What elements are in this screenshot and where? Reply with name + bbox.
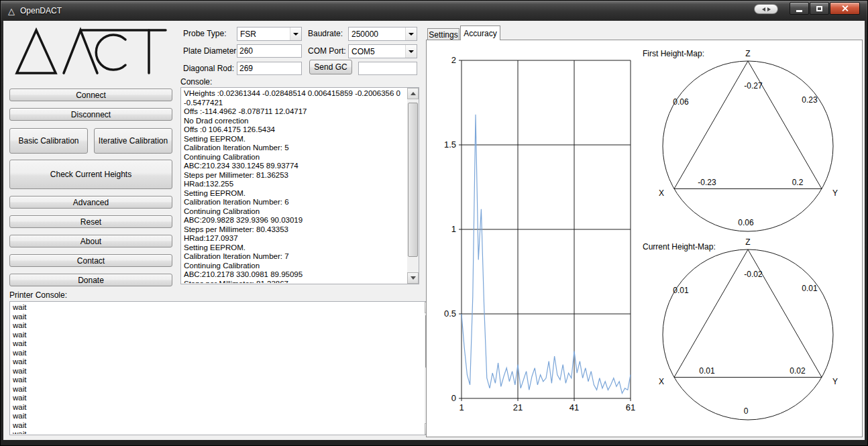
height-value-upper-left: 0.01 — [673, 286, 689, 295]
tab-accuracy[interactable]: Accuracy — [460, 25, 500, 40]
gcode-input[interactable] — [358, 62, 417, 75]
advanced-button[interactable]: Advanced — [9, 196, 172, 209]
svg-text:1: 1 — [451, 224, 456, 234]
window-controls — [754, 2, 860, 15]
app-icon: △ — [8, 6, 15, 16]
check-current-heights-label: Check Current Heights — [50, 170, 131, 179]
console-label: Console: — [180, 77, 212, 87]
probe-type-label: Probe Type: — [183, 29, 227, 38]
app-window: △ OpenDACT Connect Disconnect Bas — [0, 0, 868, 446]
com-port-select[interactable]: COM5 — [348, 44, 417, 58]
printer-console-output[interactable]: wait wait wait wait wait wait wait wait … — [9, 301, 437, 435]
disconnect-label: Disconnect — [71, 110, 111, 119]
iterative-calibration-button[interactable]: Iterative Calibration — [94, 128, 172, 154]
connect-label: Connect — [76, 91, 106, 100]
plate-diameter-label: Plate Diameter: — [183, 46, 239, 56]
vertex-x-label: X — [659, 377, 664, 386]
send-gc-label: Send GC — [314, 62, 347, 72]
height-value-upper-right: 0.01 — [802, 284, 818, 293]
advanced-label: Advanced — [73, 198, 109, 207]
contact-label: Contact — [77, 256, 105, 266]
accuracy-chart: 00.511.521214161 — [427, 40, 648, 429]
plate-diameter-field[interactable] — [237, 44, 302, 58]
iterative-calibration-label: Iterative Calibration — [99, 136, 168, 146]
console-scrollbar[interactable] — [407, 88, 419, 284]
client-area: Connect Disconnect Basic Calibration Ite… — [3, 21, 865, 440]
reset-label: Reset — [80, 217, 101, 227]
baudrate-label: Baudrate: — [308, 29, 343, 38]
svg-text:0: 0 — [451, 393, 456, 403]
printer-console-text: wait wait wait wait wait wait wait wait … — [13, 303, 423, 434]
close-icon — [841, 5, 849, 12]
tab-settings[interactable]: Settings — [427, 28, 459, 40]
console-output[interactable]: VHeights :0.02361344 -0.02848514 0.00641… — [180, 87, 419, 284]
tab-accuracy-label: Accuracy — [464, 29, 496, 38]
scrollbar-thumb[interactable] — [408, 103, 418, 257]
close-button[interactable] — [830, 2, 860, 15]
contact-button[interactable]: Contact — [9, 254, 172, 267]
com-port-label: COM Port: — [308, 46, 346, 56]
svg-text:41: 41 — [569, 402, 579, 412]
window-title: OpenDACT — [20, 6, 62, 15]
svg-text:0.5: 0.5 — [444, 309, 456, 319]
connect-button[interactable]: Connect — [9, 89, 172, 101]
printer-console-label: Printer Console: — [9, 290, 67, 300]
height-value-bottom: 0.06 — [738, 218, 754, 227]
minimize-button[interactable] — [790, 2, 809, 15]
first-height-map: Z X Y -0.27 0.06 0.23 -0.23 0.2 0.06 — [641, 47, 855, 241]
vertex-y-label: Y — [832, 377, 838, 386]
svg-text:1: 1 — [459, 402, 464, 412]
about-label: About — [80, 237, 101, 246]
check-current-heights-button[interactable]: Check Current Heights — [9, 160, 172, 189]
vertex-x-label: X — [659, 188, 664, 198]
arrow-left-icon — [762, 7, 765, 11]
vertex-z-label: Z — [745, 237, 750, 247]
basic-calibration-button[interactable]: Basic Calibration — [9, 128, 88, 154]
vertex-z-label: Z — [745, 49, 750, 58]
tab-settings-label: Settings — [429, 30, 457, 40]
svg-text:1.5: 1.5 — [444, 140, 456, 150]
probe-type-select[interactable]: FSR — [237, 27, 302, 41]
height-value-upper-right: 0.23 — [802, 95, 818, 105]
maximize-button[interactable] — [810, 2, 829, 15]
current-height-map: Z X Y -0.02 0.01 0.01 0.01 0.02 0 — [641, 235, 855, 430]
opendact-logo — [13, 23, 170, 82]
diagonal-rod-label: Diagonal Rod: — [183, 64, 234, 73]
arrow-up-icon — [411, 92, 416, 95]
baudrate-value: 250000 — [349, 30, 405, 39]
console-text: VHeights :0.02361344 -0.02848514 0.00641… — [184, 89, 405, 283]
height-value-bottom-left: -0.23 — [698, 178, 716, 187]
height-value-top: -0.02 — [744, 270, 763, 279]
arrow-down-icon — [411, 276, 416, 280]
chevron-down-icon — [405, 45, 417, 58]
height-value-bottom-right: 0.2 — [792, 178, 804, 187]
donate-label: Donate — [78, 276, 104, 285]
chevron-down-icon — [405, 27, 417, 40]
scroll-down-button[interactable] — [407, 272, 419, 284]
window-pin-button[interactable] — [754, 4, 778, 14]
minimize-icon — [796, 10, 802, 12]
com-port-value: COM5 — [349, 47, 405, 56]
svg-text:21: 21 — [513, 402, 523, 412]
vertex-y-label: Y — [832, 188, 838, 198]
height-value-bottom-left: 0.01 — [699, 366, 715, 376]
height-value-top: -0.27 — [744, 81, 763, 91]
scroll-up-button[interactable] — [407, 88, 419, 99]
baudrate-select[interactable]: 250000 — [348, 27, 417, 41]
height-value-bottom-right: 0.02 — [790, 366, 806, 376]
disconnect-button[interactable]: Disconnect — [9, 108, 172, 121]
diagonal-rod-field[interactable] — [237, 62, 302, 75]
reset-button[interactable]: Reset — [9, 215, 172, 228]
svg-text:2: 2 — [451, 55, 456, 65]
maximize-icon — [816, 6, 822, 11]
probe-type-value: FSR — [237, 30, 290, 39]
chevron-down-icon — [290, 27, 301, 40]
about-button[interactable]: About — [9, 235, 172, 247]
height-value-upper-left: 0.06 — [673, 97, 689, 107]
arrow-right-icon — [767, 7, 771, 11]
donate-button[interactable]: Donate — [9, 274, 172, 286]
svg-text:61: 61 — [626, 402, 635, 412]
send-gc-button[interactable]: Send GC — [309, 60, 352, 74]
titlebar[interactable]: △ OpenDACT — [1, 1, 867, 21]
basic-calibration-label: Basic Calibration — [18, 136, 78, 146]
